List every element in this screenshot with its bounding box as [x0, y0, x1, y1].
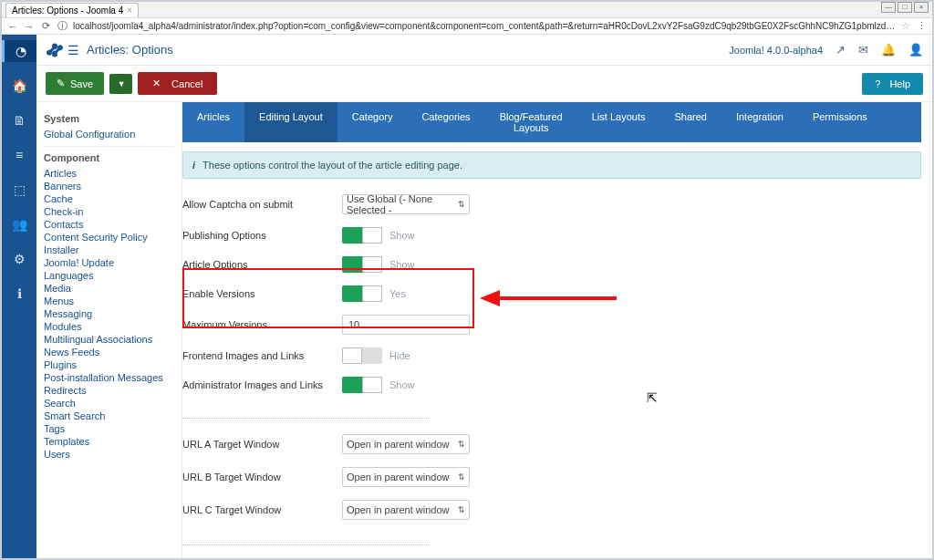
chevron-down-icon: ⇅ — [458, 505, 465, 514]
tab[interactable]: Permissions — [798, 102, 882, 142]
nav-back-icon[interactable]: ← — [7, 21, 18, 32]
tab[interactable]: Shared — [659, 102, 721, 142]
frontend-images-toggle[interactable] — [342, 347, 382, 364]
app-window: — □ × Articles: Options - Joomla 4 × ← →… — [0, 0, 934, 560]
external-link-icon[interactable]: ↗ — [835, 43, 846, 57]
user-icon[interactable]: 👤 — [908, 43, 923, 57]
tab[interactable]: Integration — [721, 102, 798, 142]
article-options-label: Article Options — [182, 259, 342, 270]
sidebar-item[interactable]: Search — [44, 397, 174, 410]
url-b-select[interactable]: Open in parent window ⇅ — [342, 467, 470, 487]
sidebar-item[interactable]: Redirects — [44, 384, 174, 397]
rail-users-icon[interactable]: 👥 — [2, 213, 36, 235]
rail-components-icon[interactable]: ⬚ — [2, 179, 36, 201]
url-text[interactable]: localhost/joomla4_alpha4/administrator/i… — [73, 21, 896, 31]
tab[interactable]: Blog/FeaturedLayouts — [485, 102, 577, 142]
info-message: i These options control the layout of th… — [182, 151, 921, 179]
site-info-icon[interactable]: ⓘ — [57, 19, 67, 33]
sidebar-item[interactable]: Check-in — [44, 205, 174, 218]
sidebar-item[interactable]: Plugins — [44, 358, 174, 371]
rail-menus-icon[interactable]: ≡ — [2, 144, 36, 166]
nav-reload-icon[interactable]: ⟳ — [40, 20, 51, 32]
rail-dashboard-icon[interactable]: ◔ — [2, 40, 36, 62]
product-version: Joomla! 4.0.0-alpha4 — [729, 45, 823, 56]
browser-tab[interactable]: Articles: Options - Joomla 4 × — [5, 3, 139, 17]
url-b-label: URL B Target Window — [182, 472, 342, 482]
browser-menu-icon[interactable]: ⋮ — [916, 20, 927, 32]
chevron-down-icon: ⇅ — [458, 472, 465, 482]
save-icon: ✎ — [57, 78, 65, 89]
info-text: These options control the layout of the … — [202, 160, 462, 171]
max-versions-input[interactable] — [342, 315, 470, 335]
save-button[interactable]: ✎ Save — [46, 72, 104, 95]
sidebar-item[interactable]: Content Security Policy — [44, 231, 174, 244]
sidebar-item[interactable]: Articles — [44, 167, 174, 180]
sidebar-global-config[interactable]: Global Configuration — [44, 128, 174, 140]
mail-icon[interactable]: ✉ — [858, 43, 868, 57]
rail-home-icon[interactable]: 🏠 — [2, 75, 36, 97]
chevron-down-icon: ▼ — [118, 79, 126, 88]
sidebar-item[interactable]: Languages — [44, 269, 174, 282]
app-header: ☰ Articles: Options Joomla! 4.0.0-alpha4… — [36, 35, 932, 66]
content-row: System Global Configuration Component Ar… — [36, 102, 932, 558]
row-url-b: URL B Target Window Open in parent windo… — [182, 461, 921, 493]
component-sidebar: System Global Configuration Component Ar… — [36, 102, 182, 558]
svg-marker-1 — [480, 290, 500, 306]
sidebar-item[interactable]: Smart Search — [44, 410, 174, 422]
nav-forward-icon[interactable]: → — [24, 21, 35, 32]
tab[interactable]: Category — [337, 102, 408, 142]
close-window-button[interactable]: × — [914, 2, 929, 13]
main-panel: ArticlesEditing LayoutCategoryCategories… — [182, 102, 932, 558]
publishing-toggle[interactable] — [342, 227, 382, 244]
tab[interactable]: Categories — [407, 102, 484, 142]
minimize-button[interactable]: — — [881, 2, 896, 13]
cancel-button[interactable]: ✕ Cancel — [138, 72, 217, 95]
sidebar-item[interactable]: Media — [44, 282, 174, 295]
enable-versions-state: Yes — [389, 288, 406, 299]
question-icon: ? — [875, 78, 880, 89]
tab[interactable]: List Layouts — [577, 102, 660, 142]
admin-images-toggle[interactable] — [342, 377, 382, 393]
app-wrap: ◔ 🏠 🗎 ≡ ⬚ 👥 ⚙ ℹ ☰ Articles: Options Joom… — [2, 35, 932, 558]
sidebar-item[interactable]: News Feeds — [44, 346, 174, 358]
sidebar-item[interactable]: Templates — [44, 435, 174, 448]
sidebar-item[interactable]: Banners — [44, 180, 174, 192]
tab[interactable]: Articles — [182, 102, 244, 142]
menu-toggle-icon[interactable]: ☰ — [67, 43, 79, 57]
sidebar-item[interactable]: Messaging — [44, 307, 174, 320]
tab[interactable]: Editing Layout — [244, 102, 337, 142]
sidebar-item[interactable]: Users — [44, 448, 174, 461]
enable-versions-toggle[interactable] — [342, 285, 382, 302]
sidebar-item[interactable]: Modules — [44, 320, 174, 333]
save-dropdown-button[interactable]: ▼ — [109, 74, 132, 94]
row-url-a: URL A Target Window Open in parent windo… — [182, 428, 921, 461]
article-options-toggle[interactable] — [342, 256, 382, 273]
sidebar-item[interactable]: Multilingual Associations — [44, 333, 174, 346]
enable-versions-label: Enable Versions — [182, 288, 342, 299]
rail-info-icon[interactable]: ℹ — [2, 283, 36, 305]
sidebar-item[interactable]: Tags — [44, 422, 174, 435]
sidebar-item[interactable]: Cache — [44, 192, 174, 205]
bell-icon[interactable]: 🔔 — [881, 43, 896, 57]
row-captcha: Allow Captcha on submit Use Global (- No… — [182, 188, 921, 221]
rail-content-icon[interactable]: 🗎 — [2, 109, 36, 131]
rail-settings-icon[interactable]: ⚙ — [2, 248, 36, 270]
sidebar-item[interactable]: Post-installation Messages — [44, 371, 174, 384]
help-button[interactable]: ? Help — [862, 73, 923, 95]
maximize-button[interactable]: □ — [898, 2, 912, 13]
separator — [182, 418, 429, 419]
joomla-logo-icon — [46, 41, 64, 59]
row-article-options: Article Options Show — [182, 250, 921, 279]
url-c-select[interactable]: Open in parent window ⇅ — [342, 500, 470, 520]
close-tab-icon[interactable]: × — [127, 5, 132, 16]
captcha-label: Allow Captcha on submit — [182, 199, 342, 210]
bookmark-icon[interactable]: ☆ — [901, 20, 910, 32]
sidebar-item[interactable]: Contacts — [44, 218, 174, 231]
url-a-select[interactable]: Open in parent window ⇅ — [342, 434, 470, 454]
close-icon: ✕ — [152, 78, 161, 89]
separator — [182, 544, 429, 545]
sidebar-item[interactable]: Installer — [44, 244, 174, 256]
sidebar-item[interactable]: Menus — [44, 295, 174, 307]
sidebar-item[interactable]: Joomla! Update — [44, 256, 174, 269]
captcha-select[interactable]: Use Global (- None Selected - ⇅ — [342, 194, 470, 214]
